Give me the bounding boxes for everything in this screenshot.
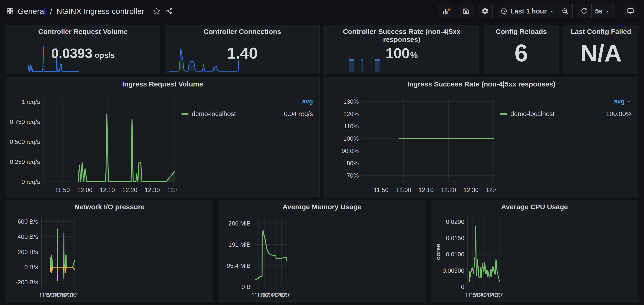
- breadcrumb-separator: /: [50, 7, 52, 16]
- svg-text:12:20: 12:20: [122, 186, 137, 193]
- svg-text:110%: 110%: [344, 123, 359, 130]
- svg-text:0 B/s: 0 B/s: [24, 264, 38, 271]
- time-series-chart[interactable]: 70%80%90.0%100%110%120%130%11:5012:0012:…: [326, 91, 496, 195]
- panel-title[interactable]: Average CPU Usage: [431, 203, 638, 211]
- svg-text:0 req/s: 0 req/s: [22, 178, 40, 185]
- svg-text:400 B/s: 400 B/s: [18, 233, 38, 240]
- svg-text:0.750 req/s: 0.750 req/s: [10, 118, 40, 125]
- svg-text:0.0150: 0.0150: [446, 235, 464, 242]
- stat-value: 1.40: [227, 44, 258, 62]
- svg-text:0.500 req/s: 0.500 req/s: [10, 138, 40, 145]
- panel-average-cpu-usage: Average CPU Usage 00.005000.01000.01500.…: [431, 200, 638, 302]
- chevron-down-icon: [550, 9, 554, 13]
- panel-title[interactable]: Last Config Failed: [564, 28, 638, 35]
- svg-text:12:00: 12:00: [396, 186, 411, 193]
- panel-ingress-request-volume: Ingress Request Volume 0 req/s0.250 req/…: [6, 77, 320, 197]
- svg-text:200 B/s: 200 B/s: [18, 249, 38, 256]
- panel-title[interactable]: Average Memory Usage: [218, 203, 426, 211]
- refresh-group: 5s: [577, 4, 614, 18]
- chevron-down-icon: [606, 9, 610, 13]
- time-series-chart[interactable]: 0 B95.4 MiB191 MiB286 MiB11:5012:0012:10…: [220, 212, 290, 300]
- time-range-picker[interactable]: Last 1 hour: [497, 4, 558, 18]
- legend-series-demo-localhost[interactable]: demo-localhost: [500, 110, 555, 118]
- panel-title[interactable]: Network I/O pressure: [6, 203, 213, 211]
- top-nav: General / NGINX Ingress controller: [0, 0, 644, 22]
- breadcrumb-dashboard-title[interactable]: NGINX Ingress controller: [56, 7, 144, 16]
- clock-icon: [500, 8, 508, 15]
- svg-text:12:30: 12:30: [464, 186, 478, 193]
- panel-config-reloads: Config Reloads 6: [484, 25, 559, 74]
- svg-text:12:40: 12:40: [486, 186, 496, 193]
- breadcrumb-folder[interactable]: General: [18, 7, 46, 16]
- save-dashboard-button[interactable]: [458, 4, 474, 18]
- svg-text:12:20: 12:20: [441, 186, 456, 193]
- svg-text:11:50: 11:50: [374, 186, 388, 193]
- share-icon[interactable]: [166, 7, 173, 15]
- panel-title[interactable]: Ingress Request Volume: [6, 80, 320, 88]
- svg-text:cores: cores: [434, 244, 442, 260]
- legend-avg-header[interactable]: avg: [182, 98, 313, 105]
- time-series-chart[interactable]: -200 B/s0 B/s200 B/s400 B/s600 B/s11:501…: [8, 212, 78, 300]
- cycle-view-mode-button[interactable]: [623, 4, 638, 18]
- panel-title[interactable]: Controller Request Volume: [6, 28, 160, 35]
- legend: avg demo-localhost 100.00%: [500, 98, 632, 118]
- refresh-interval-label: 5s: [595, 7, 602, 15]
- legend-series-demo-localhost[interactable]: demo-localhost: [182, 110, 236, 118]
- stat-value: 0.0393ops/s: [51, 45, 115, 61]
- svg-text:120%: 120%: [344, 110, 359, 117]
- svg-text:0: 0: [461, 283, 464, 290]
- legend-avg-header[interactable]: avg: [500, 98, 632, 105]
- svg-text:12:40: 12:40: [67, 292, 78, 299]
- svg-text:80%: 80%: [347, 160, 359, 167]
- panel-title[interactable]: Ingress Success Rate (non-4|5xx response…: [324, 80, 638, 88]
- panel-controller-connections: Controller Connections 1.40: [165, 25, 320, 74]
- dashboard-settings-button[interactable]: [478, 4, 492, 18]
- panel-network-io-pressure: Network I/O pressure -200 B/s0 B/s200 B/…: [6, 200, 213, 302]
- svg-text:12:10: 12:10: [418, 186, 434, 193]
- stat-value: 6: [514, 39, 528, 67]
- svg-text:90.0%: 90.0%: [342, 147, 359, 154]
- svg-text:95.4 MiB: 95.4 MiB: [227, 262, 251, 269]
- legend-series-label: demo-localhost: [192, 110, 236, 118]
- dashboard-toolbar: Last 1 hour: [438, 4, 638, 18]
- time-series-chart[interactable]: 00.005000.01000.01500.020011:5012:0012:1…: [433, 212, 502, 300]
- svg-text:12:40: 12:40: [492, 292, 502, 299]
- svg-text:0.00500: 0.00500: [442, 267, 464, 274]
- svg-text:70%: 70%: [347, 172, 359, 179]
- svg-text:12:10: 12:10: [100, 186, 115, 193]
- svg-text:130%: 130%: [344, 98, 359, 105]
- apps-grid-icon[interactable]: [6, 7, 14, 15]
- save-icon: [462, 7, 470, 15]
- legend-avg-value: 100.00%: [606, 110, 632, 118]
- svg-text:12:00: 12:00: [77, 186, 92, 193]
- gear-icon: [481, 7, 489, 15]
- panel-controller-success-rate: Controller Success Rate (non-4|5xx respo…: [324, 25, 479, 74]
- panel-controller-request-volume: Controller Request Volume 0.0393ops/s: [6, 25, 160, 74]
- zoom-out-button[interactable]: [558, 4, 572, 18]
- series-color-swatch: [500, 113, 507, 115]
- panel-title[interactable]: Controller Connections: [165, 28, 320, 35]
- panel-title[interactable]: Config Reloads: [484, 28, 558, 35]
- stat-value: 100%: [386, 45, 418, 61]
- svg-text:0.0100: 0.0100: [446, 251, 464, 258]
- svg-text:600 B/s: 600 B/s: [18, 218, 38, 225]
- legend: avg demo-localhost 0.04 req/s: [182, 98, 313, 118]
- add-panel-icon: [442, 7, 451, 15]
- svg-text:11:50: 11:50: [55, 186, 70, 193]
- refresh-icon: [580, 7, 588, 15]
- refresh-button[interactable]: [577, 4, 592, 18]
- add-panel-button[interactable]: [438, 4, 454, 18]
- legend-avg-value: 0.04 req/s: [284, 110, 313, 118]
- svg-text:286 MiB: 286 MiB: [228, 220, 250, 227]
- panel-title[interactable]: Controller Success Rate (non-4|5xx respo…: [324, 28, 479, 43]
- chevron-down-icon: [626, 99, 632, 104]
- star-icon[interactable]: [152, 7, 160, 15]
- svg-text:0.250 req/s: 0.250 req/s: [10, 158, 40, 165]
- panel-average-memory-usage: Average Memory Usage 0 B95.4 MiB191 MiB2…: [218, 200, 426, 302]
- svg-text:12:30: 12:30: [145, 186, 160, 193]
- refresh-interval-picker[interactable]: 5s: [592, 4, 614, 18]
- time-series-chart[interactable]: 0 req/s0.250 req/s0.500 req/s0.750 req/s…: [8, 91, 177, 195]
- panel-ingress-success-rate: Ingress Success Rate (non-4|5xx response…: [324, 77, 638, 197]
- time-range-label: Last 1 hour: [510, 7, 546, 15]
- svg-text:12:40: 12:40: [167, 186, 177, 193]
